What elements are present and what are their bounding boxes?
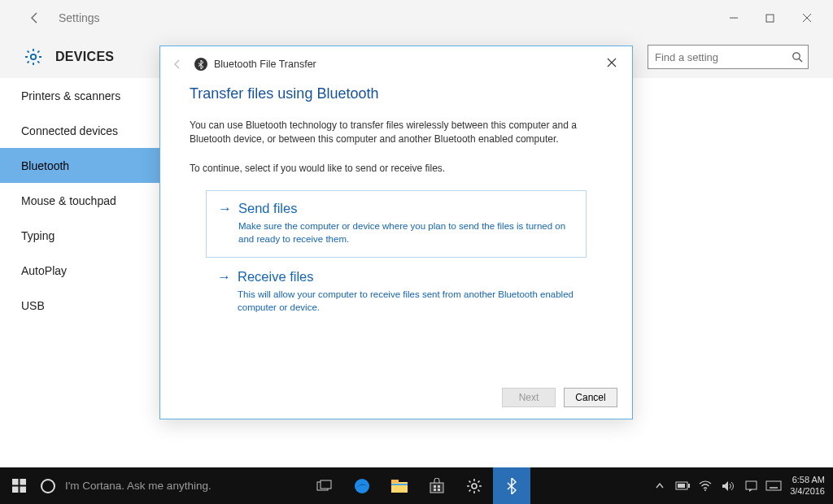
sidebar-item-connected-devices[interactable]: Connected devices [0, 113, 159, 148]
task-view-button[interactable] [306, 467, 343, 504]
sidebar-item-label: Mouse & touchpad [21, 194, 116, 207]
sidebar-item-label: Typing [21, 229, 55, 242]
keyboard-icon[interactable] [762, 467, 785, 504]
taskbar-clock[interactable]: 6:58 AM 3/4/2016 [785, 475, 833, 497]
svg-rect-10 [321, 480, 331, 489]
dialog-prompt-text: To continue, select if you would like to… [190, 162, 603, 176]
sidebar-item-autoplay[interactable]: AutoPlay [0, 253, 159, 288]
arrow-right-icon: → [218, 201, 232, 217]
svg-rect-25 [746, 481, 757, 489]
sidebar-item-label: Connected devices [21, 124, 118, 137]
sidebar-item-typing[interactable]: Typing [0, 218, 159, 253]
bluetooth-icon [194, 58, 207, 71]
volume-icon[interactable] [717, 467, 739, 504]
dialog-heading: Transfer files using Bluetooth [190, 85, 603, 102]
svg-point-11 [355, 479, 369, 493]
sidebar-item-printers[interactable]: Printers & scanners [0, 78, 159, 113]
taskbar: I'm Cortana. Ask me anything. [0, 467, 833, 504]
svg-rect-13 [391, 480, 399, 483]
back-button[interactable] [24, 7, 46, 28]
send-files-option[interactable]: → Send files Make sure the computer or d… [206, 190, 587, 258]
system-tray: 6:58 AM 3/4/2016 [648, 467, 833, 504]
start-button[interactable] [0, 467, 37, 504]
sidebar-item-label: Printers & scanners [21, 89, 120, 102]
sidebar-item-mouse-touchpad[interactable]: Mouse & touchpad [0, 183, 159, 218]
svg-rect-8 [20, 487, 26, 493]
svg-point-20 [472, 484, 477, 489]
svg-rect-1 [766, 15, 774, 22]
next-button-label: Next [519, 392, 539, 403]
send-files-desc: Make sure the computer or device where y… [238, 219, 574, 245]
sidebar: Printers & scanners Connected devices Bl… [0, 78, 159, 467]
receive-files-option[interactable]: → Receive files This will allow your com… [206, 269, 587, 314]
svg-line-4 [799, 59, 802, 62]
svg-rect-26 [766, 481, 781, 490]
clock-time: 6:58 AM [790, 475, 825, 486]
clock-date: 3/4/2016 [790, 486, 825, 497]
cancel-button-label: Cancel [575, 392, 605, 403]
cancel-button[interactable]: Cancel [564, 388, 617, 407]
search-icon [792, 51, 803, 63]
window-titlebar: Settings [0, 0, 833, 36]
svg-rect-5 [12, 479, 19, 485]
svg-rect-18 [434, 489, 436, 491]
next-button: Next [502, 388, 556, 407]
edge-icon[interactable] [343, 467, 381, 504]
gear-icon [23, 46, 44, 67]
bluetooth-taskbar-icon[interactable] [493, 467, 530, 504]
svg-rect-6 [20, 479, 26, 485]
window-title: Settings [59, 11, 100, 24]
tray-expand-icon[interactable] [648, 467, 671, 504]
svg-rect-19 [438, 489, 440, 491]
sidebar-item-label: Bluetooth [21, 159, 69, 172]
store-icon[interactable] [418, 467, 456, 504]
receive-files-desc: This will allow your computer to receive… [238, 288, 575, 314]
battery-icon[interactable] [671, 467, 694, 504]
cortana-placeholder: I'm Cortana. Ask me anything. [65, 480, 212, 492]
sidebar-item-usb[interactable]: USB [0, 288, 159, 323]
close-button[interactable] [788, 6, 825, 30]
svg-rect-7 [12, 487, 19, 493]
sidebar-item-label: AutoPlay [21, 264, 67, 277]
minimize-button[interactable] [715, 6, 752, 30]
search-input[interactable] [655, 51, 792, 63]
cortana-search[interactable]: I'm Cortana. Ask me anything. [37, 467, 306, 504]
wifi-icon[interactable] [694, 467, 717, 504]
dialog-back-button[interactable] [172, 59, 186, 70]
svg-rect-15 [430, 483, 443, 493]
dialog-close-button[interactable] [600, 53, 624, 72]
svg-rect-23 [678, 484, 685, 488]
svg-rect-17 [438, 485, 440, 488]
section-title: DEVICES [55, 50, 114, 64]
notifications-icon[interactable] [739, 467, 762, 504]
svg-rect-16 [434, 485, 436, 488]
svg-rect-22 [688, 484, 690, 488]
sidebar-item-label: USB [21, 299, 45, 312]
dialog-intro-text: You can use Bluetooth technology to tran… [190, 119, 603, 147]
svg-point-2 [31, 54, 36, 59]
bluetooth-transfer-dialog: Bluetooth File Transfer Transfer files u… [159, 46, 633, 419]
receive-files-title: Receive files [238, 269, 575, 285]
arrow-right-icon: → [217, 269, 231, 285]
svg-rect-14 [391, 484, 408, 485]
settings-icon[interactable] [456, 467, 493, 504]
sidebar-item-bluetooth[interactable]: Bluetooth [0, 148, 159, 183]
svg-rect-12 [391, 482, 408, 493]
svg-point-24 [704, 489, 706, 491]
svg-point-3 [793, 53, 800, 59]
dialog-window-title: Bluetooth File Transfer [214, 59, 316, 70]
file-explorer-icon[interactable] [381, 467, 418, 504]
cortana-icon [41, 479, 55, 493]
maximize-button[interactable] [752, 6, 788, 30]
search-box[interactable] [648, 45, 809, 69]
send-files-title: Send files [238, 201, 574, 216]
